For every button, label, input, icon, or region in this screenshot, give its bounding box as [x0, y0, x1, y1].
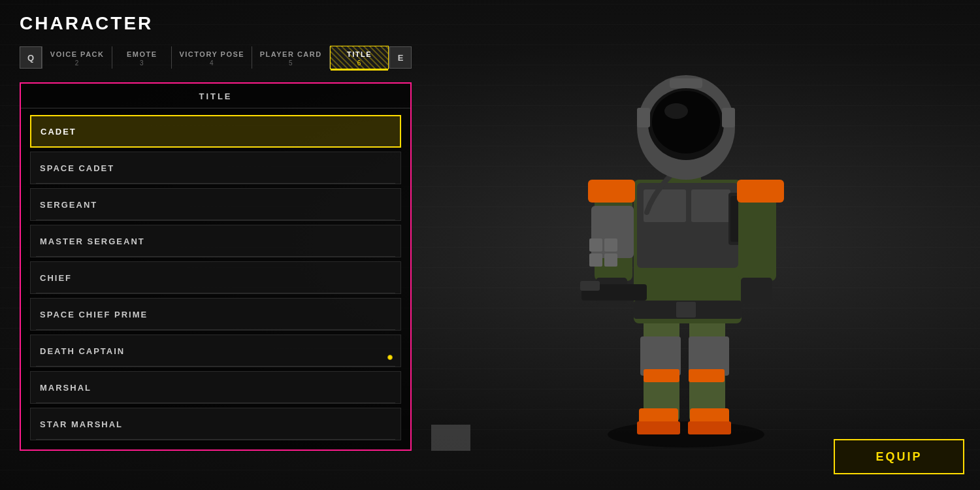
svg-rect-36	[644, 369, 679, 382]
title-item-space-chief-prime[interactable]: SPACE CHIEF PRIME	[30, 298, 401, 331]
page-title: CHARACTER	[20, 13, 412, 34]
title-list: CADET SPACE CADET SERGEANT MASTER SERGEA…	[21, 108, 410, 449]
title-item-marshal[interactable]: MARSHAL	[30, 371, 401, 404]
svg-rect-12	[691, 189, 730, 222]
svg-rect-19	[604, 238, 617, 252]
tab-victory-pose[interactable]: VICTORY POSE 4	[172, 46, 252, 69]
svg-point-31	[652, 91, 720, 154]
svg-point-32	[664, 103, 688, 119]
character-display	[392, 0, 980, 490]
svg-rect-39	[676, 302, 696, 318]
svg-rect-7	[637, 421, 680, 434]
tab-player-card[interactable]: PLAYER CARD 5	[252, 46, 329, 69]
thumbnail-preview	[431, 425, 470, 451]
svg-rect-26	[737, 180, 784, 203]
character-figure	[549, 42, 823, 467]
svg-rect-20	[589, 253, 602, 267]
title-item-space-cadet[interactable]: SPACE CADET	[30, 152, 401, 184]
tab-title[interactable]: TITLE 6	[330, 46, 389, 69]
title-item-cadet[interactable]: CADET	[30, 115, 401, 148]
svg-rect-17	[588, 180, 635, 203]
svg-rect-21	[604, 253, 617, 267]
svg-rect-33	[670, 78, 702, 88]
title-item-master-sergeant[interactable]: MASTER SERGEANT	[30, 225, 401, 257]
tab-voice-pack[interactable]: VOICE PACK 2	[42, 46, 112, 69]
equip-button[interactable]: EQUIP	[834, 439, 964, 474]
svg-rect-37	[689, 369, 725, 382]
title-panel-header: TITLE	[21, 84, 410, 108]
svg-rect-34	[637, 108, 650, 127]
svg-point-0	[608, 421, 764, 448]
title-panel: TITLE CADET SPACE CADET SERGEANT MASTER …	[20, 82, 412, 451]
tab-emote[interactable]: EMOTE 3	[112, 46, 171, 69]
svg-rect-8	[688, 421, 731, 434]
title-item-death-captain[interactable]: DEATH CAPTAIN	[30, 335, 401, 367]
lock-indicator	[387, 355, 393, 360]
title-item-chief[interactable]: CHIEF	[30, 261, 401, 294]
title-item-star-marshal[interactable]: STAR MARSHAL	[30, 408, 401, 440]
tab-nav-e[interactable]: E	[389, 46, 412, 69]
svg-rect-27	[741, 278, 772, 304]
tab-bar: Q VOICE PACK 2 EMOTE 3 VICTORY POSE 4 PL…	[20, 46, 412, 69]
title-item-sergeant[interactable]: SERGEANT	[30, 188, 401, 221]
svg-rect-18	[589, 238, 602, 252]
tab-nav-q[interactable]: Q	[20, 46, 42, 69]
svg-rect-24	[580, 281, 600, 291]
svg-rect-35	[722, 108, 735, 127]
left-panel: CHARACTER Q VOICE PACK 2 EMOTE 3 VICTORY…	[0, 0, 431, 490]
